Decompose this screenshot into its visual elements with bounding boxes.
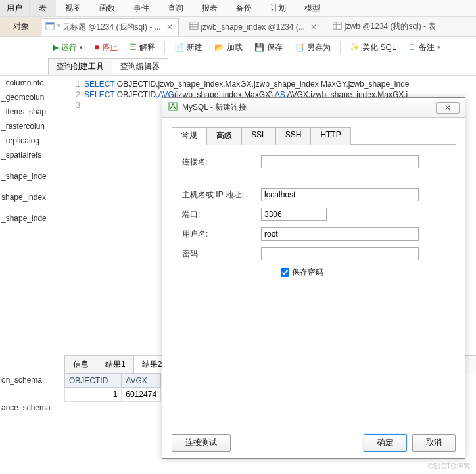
svg-rect-1	[46, 22, 54, 24]
dialog-tabs: 常规 高级 SSL SSH HTTP	[172, 127, 456, 145]
savepw-checkbox[interactable]	[281, 268, 289, 277]
pass-label: 密码:	[182, 249, 261, 260]
result-tab[interactable]: 结果1	[97, 356, 134, 373]
chevron-down-icon[interactable]: ▾	[80, 44, 83, 51]
stop-icon: ■	[95, 43, 99, 52]
dialog-titlebar[interactable]: MySQL - 新建连接 ✕	[162, 98, 465, 118]
play-icon: ▶	[53, 43, 59, 52]
doc-tab[interactable]: * 无标题 @1234 (我的sql) - ... ✕	[39, 18, 179, 36]
svg-rect-6	[333, 22, 341, 30]
line-gutter: 123	[64, 80, 84, 467]
column-header[interactable]: AVGX	[122, 374, 161, 388]
load-button[interactable]: 📂加载	[212, 41, 245, 55]
saveas-icon: 📑	[295, 43, 304, 52]
folder-icon: 📂	[214, 43, 224, 52]
tree-item[interactable]: _columninfo	[0, 76, 64, 90]
test-connection-button[interactable]: 连接测试	[172, 434, 231, 452]
save-button[interactable]: 💾保存	[252, 41, 285, 55]
port-input[interactable]	[261, 208, 327, 221]
save-icon: 💾	[254, 43, 264, 52]
tree-item[interactable]: _rastercolun	[0, 119, 64, 133]
doc-tab[interactable]: jzwb @1234 (我的sql) - 表	[327, 18, 442, 35]
new-button[interactable]: 📄新建	[172, 41, 205, 55]
tree-item[interactable]: _replicalog	[0, 133, 64, 148]
mysql-icon	[168, 101, 178, 114]
objects-tab[interactable]: 对象	[0, 17, 42, 36]
table-icon	[333, 21, 342, 32]
tab-ssh[interactable]: SSH	[275, 127, 312, 145]
notes-icon: 🗒	[408, 43, 416, 52]
tree-item[interactable]: ance_schema	[0, 400, 64, 415]
saveas-button[interactable]: 📑另存为	[292, 41, 333, 55]
tab-ssl[interactable]: SSL	[241, 127, 276, 145]
ok-button[interactable]: 确定	[364, 434, 407, 452]
menu-item[interactable]: 视图	[56, 0, 90, 16]
table-icon	[189, 21, 199, 32]
dialog-title: MySQL - 新建连接	[182, 102, 432, 113]
watermark: ©51CTO博客	[428, 462, 471, 471]
subtab-editor[interactable]: 查询编辑器	[112, 58, 168, 75]
explain-icon: ☰	[130, 43, 137, 52]
conn-name-label: 连接名:	[182, 156, 261, 168]
close-button[interactable]: ✕	[436, 102, 460, 114]
tree-item[interactable]: _shape_inde	[0, 211, 64, 225]
menu-item[interactable]: 模型	[295, 0, 329, 16]
cell[interactable]: 1	[65, 388, 122, 402]
sql-icon	[45, 22, 55, 33]
wand-icon: ✨	[350, 43, 360, 52]
menu-item[interactable]: 计划	[261, 0, 295, 16]
menubar: 用户 表 视图 函数 事件 查询 报表 备份 计划 模型	[0, 0, 476, 17]
user-label: 用户名:	[182, 229, 261, 240]
conn-name-input[interactable]	[261, 155, 419, 168]
savepw-label: 保存密码	[292, 267, 323, 278]
tree-item[interactable]: shape_index	[0, 190, 64, 204]
tab-general[interactable]: 常规	[172, 127, 207, 145]
table-row[interactable]: 16012474	[65, 388, 161, 402]
tree-item[interactable]: _shape_inde	[0, 169, 64, 183]
menu-item[interactable]: 用户	[0, 0, 30, 16]
tab-label: * 无标题 @1234 (我的sql) - ...	[57, 22, 161, 33]
new-icon: 📄	[174, 43, 184, 52]
tree-item[interactable]: _spatialrefs	[0, 148, 64, 162]
svg-rect-2	[189, 22, 197, 30]
tab-http[interactable]: HTTP	[310, 127, 350, 145]
tree-item[interactable]: _items_shap	[0, 105, 64, 119]
query-subtabs: 查询创建工具 查询编辑器	[0, 58, 476, 76]
sidebar-bottom: on_schema ance_schema	[0, 373, 64, 415]
tab-advanced[interactable]: 高级	[206, 127, 242, 145]
beautify-button[interactable]: ✨美化 SQL	[347, 41, 398, 55]
menu-item[interactable]: 事件	[124, 0, 158, 16]
result-tab[interactable]: 信息	[64, 356, 97, 373]
pass-input[interactable]	[261, 247, 419, 260]
separator	[164, 41, 165, 54]
new-connection-dialog: MySQL - 新建连接 ✕ 常规 高级 SSL SSH HTTP 连接名: 主…	[162, 97, 465, 459]
menu-item[interactable]: 报表	[193, 0, 227, 16]
tab-label: jzwb @1234 (我的sql) - 表	[345, 21, 437, 32]
run-button[interactable]: ▶运行▾	[50, 41, 85, 55]
menu-item[interactable]: 函数	[90, 0, 124, 16]
notes-button[interactable]: 🗒备注▾	[406, 41, 443, 55]
document-tabbar: 对象 * 无标题 @1234 (我的sql) - ... ✕ jzwb_shap…	[0, 17, 476, 37]
tree-item[interactable]: _geomcolun	[0, 90, 64, 105]
menu-item[interactable]: 备份	[227, 0, 261, 16]
explain-button[interactable]: ☰解释	[127, 41, 158, 55]
tree-item[interactable]: on_schema	[0, 373, 64, 387]
host-label: 主机名或 IP 地址:	[182, 189, 261, 201]
chevron-down-icon[interactable]: ▾	[437, 44, 440, 51]
subtab-builder[interactable]: 查询创建工具	[48, 58, 112, 75]
port-label: 端口:	[182, 209, 261, 220]
cell[interactable]: 6012474	[122, 388, 161, 402]
form: 连接名: 主机名或 IP 地址: 端口: 用户名: 密码: 保存密码	[162, 145, 465, 289]
close-icon[interactable]: ✕	[166, 22, 173, 32]
menu-item[interactable]: 表	[30, 0, 56, 16]
host-input[interactable]	[261, 188, 419, 201]
result-grid[interactable]: OBJECTIDAVGX 16012474	[64, 373, 161, 402]
doc-tab[interactable]: jzwb_shape_index @1234 (... ✕	[184, 18, 322, 35]
dialog-footer: 连接测试 确定 取消	[172, 434, 456, 452]
menu-item[interactable]: 查询	[158, 0, 193, 16]
column-header[interactable]: OBJECTID	[65, 374, 122, 388]
close-icon[interactable]: ✕	[310, 22, 317, 32]
stop-button[interactable]: ■停止	[92, 41, 120, 55]
user-input[interactable]	[261, 227, 419, 241]
cancel-button[interactable]: 取消	[412, 434, 456, 452]
